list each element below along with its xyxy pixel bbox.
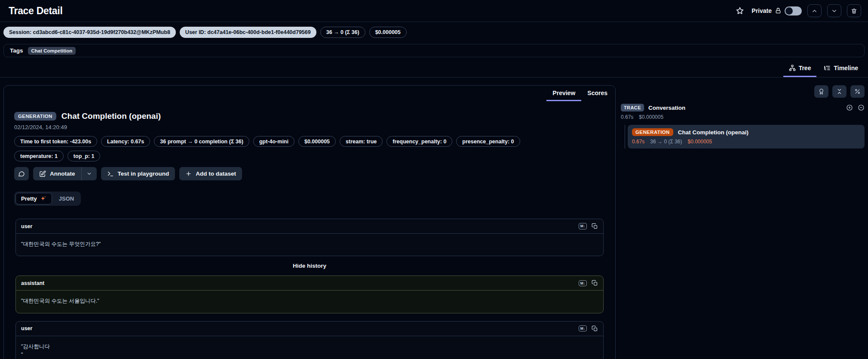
scores-badge-button[interactable] bbox=[814, 85, 828, 98]
metric-badge-temperature: temperature: 1 bbox=[14, 151, 64, 161]
copy-icon bbox=[592, 223, 598, 229]
privacy-control: Private bbox=[751, 6, 802, 15]
cost-badge: $0.000005 bbox=[369, 27, 407, 38]
observation-title: Chat Completion (openai) bbox=[61, 111, 161, 121]
markdown-toggle-icon[interactable]: M↓ bbox=[579, 280, 587, 286]
chevron-up-icon bbox=[811, 8, 818, 14]
show-metrics-button[interactable] bbox=[850, 85, 865, 98]
annotate-split-button: Annotate bbox=[33, 167, 97, 180]
toggle-thumb bbox=[785, 7, 793, 15]
metric-badge-presence-penalty: presence_penalty: 0 bbox=[456, 136, 520, 147]
annotate-dropdown-button[interactable] bbox=[81, 167, 97, 180]
metric-badge-frequency-penalty: frequency_penalty: 0 bbox=[386, 136, 452, 147]
copy-button[interactable] bbox=[592, 325, 598, 332]
fold-vertical-icon bbox=[836, 88, 843, 95]
format-toggle: Pretty JSON bbox=[14, 192, 81, 206]
user-id-badge[interactable]: User ID: dc47a41e-06bc-400d-bde1-f0e440d… bbox=[180, 27, 316, 38]
message-card-user-1: user M↓ "대한민국의 수도는 무엇인가요?" bbox=[15, 219, 604, 256]
next-trace-button[interactable] bbox=[827, 4, 841, 17]
percent-icon bbox=[854, 88, 861, 95]
tags-row: Tags Chat Competition bbox=[3, 44, 865, 57]
test-in-playground-label: Test in playground bbox=[118, 170, 169, 177]
generation-type-badge: GENERATION bbox=[14, 112, 56, 121]
tab-timeline-label: Timeline bbox=[834, 65, 858, 71]
trace-title: Conversation bbox=[648, 105, 685, 111]
tree-children: GENERATION Chat Completion (openai) 0.67… bbox=[625, 125, 865, 149]
bookmark-star-button[interactable] bbox=[734, 5, 746, 17]
metric-badge-tokens: 36 prompt → 0 completion (Σ 36) bbox=[154, 136, 249, 147]
markdown-toggle-icon[interactable]: M↓ bbox=[579, 325, 587, 331]
annotate-button[interactable]: Annotate bbox=[33, 167, 81, 180]
collapse-node-button[interactable] bbox=[858, 104, 865, 111]
terminal-icon bbox=[107, 170, 114, 177]
panel-tabs: Preview Scores bbox=[4, 86, 615, 101]
trace-root-node[interactable]: TRACE Conversation bbox=[621, 104, 865, 111]
generation-node-badge: GENERATION bbox=[632, 128, 673, 136]
node-tokens: 36 → 0 (Σ 36) bbox=[650, 139, 682, 145]
message-content: "감사합니다 " bbox=[16, 336, 603, 359]
observation-detail-panel: Preview Scores GENERATION Chat Completio… bbox=[3, 85, 616, 359]
comment-icon bbox=[18, 170, 25, 177]
header-actions: Private bbox=[734, 4, 861, 17]
markdown-toggle-icon[interactable]: M↓ bbox=[579, 223, 587, 229]
trash-icon bbox=[851, 8, 857, 14]
tree-toolbar bbox=[621, 85, 865, 98]
observation-header: GENERATION Chat Completion (openai) 02/1… bbox=[4, 101, 615, 130]
format-option-pretty[interactable]: Pretty bbox=[15, 193, 52, 204]
add-to-dataset-button[interactable]: Add to dataset bbox=[179, 167, 242, 180]
chevron-down-icon bbox=[831, 8, 837, 14]
expand-all-button[interactable] bbox=[846, 104, 853, 111]
collapse-all-button[interactable] bbox=[832, 85, 847, 98]
public-toggle[interactable] bbox=[785, 6, 802, 15]
tab-tree[interactable]: Tree bbox=[783, 60, 817, 77]
pretty-label: Pretty bbox=[21, 195, 37, 202]
delete-trace-button[interactable] bbox=[847, 4, 861, 17]
minus-circle-icon bbox=[858, 104, 865, 111]
plus-icon bbox=[185, 170, 192, 177]
generation-node-selected[interactable]: GENERATION Chat Completion (openai) 0.67… bbox=[628, 125, 865, 149]
action-row: Annotate Test in playground Add to datas… bbox=[14, 167, 605, 180]
award-icon bbox=[818, 88, 825, 95]
message-card-user-2: user M↓ "감사합니다 " bbox=[15, 321, 604, 359]
trace-tree-sidebar: TRACE Conversation 0.67s $0.000005 GENER… bbox=[621, 85, 865, 149]
tab-preview[interactable]: Preview bbox=[546, 86, 581, 101]
app-header: Trace Detail Private bbox=[0, 0, 868, 22]
hide-history-toggle[interactable]: Hide history bbox=[15, 263, 604, 269]
message-role: user bbox=[21, 325, 32, 331]
session-badge[interactable]: Session: cd3abcd6-c81c-4037-935d-19d9f27… bbox=[3, 27, 176, 38]
copy-button[interactable] bbox=[592, 223, 598, 229]
metric-badge-model: gpt-4o-mini bbox=[253, 136, 294, 147]
copy-icon bbox=[592, 280, 598, 286]
tag-chip[interactable]: Chat Competition bbox=[28, 47, 76, 55]
format-option-json[interactable]: JSON bbox=[53, 193, 80, 204]
plus-circle-icon bbox=[846, 104, 853, 111]
trace-cost: $0.000005 bbox=[639, 114, 663, 120]
comment-button[interactable] bbox=[14, 167, 29, 180]
message-card-assistant: assistant M↓ "대한민국의 수도는 서울입니다." bbox=[15, 275, 604, 313]
tab-timeline[interactable]: Timeline bbox=[818, 60, 864, 77]
add-to-dataset-label: Add to dataset bbox=[196, 170, 236, 177]
tags-label: Tags bbox=[10, 47, 23, 54]
copy-button[interactable] bbox=[592, 280, 598, 286]
test-in-playground-button[interactable]: Test in playground bbox=[101, 167, 175, 180]
previous-trace-button[interactable] bbox=[807, 4, 822, 17]
tree-icon bbox=[789, 65, 796, 71]
node-cost: $0.000005 bbox=[687, 139, 712, 145]
trace-metrics: 0.67s $0.000005 bbox=[621, 114, 865, 120]
star-icon bbox=[736, 6, 744, 15]
tab-scores[interactable]: Scores bbox=[581, 86, 613, 101]
copy-icon bbox=[592, 325, 598, 332]
metric-badge-stream: stream: true bbox=[340, 136, 383, 147]
lock-icon bbox=[775, 7, 782, 14]
chevron-down-icon bbox=[86, 171, 92, 176]
message-role: user bbox=[21, 223, 32, 229]
annotate-label: Annotate bbox=[50, 170, 75, 177]
message-list: user M↓ "대한민국의 수도는 무엇인가요?" Hide history … bbox=[15, 219, 604, 359]
page-title: Trace Detail bbox=[9, 5, 63, 17]
metric-badge-top-p: top_p: 1 bbox=[67, 151, 101, 161]
sparkles-icon bbox=[40, 195, 46, 202]
message-content: "대한민국의 수도는 서울입니다." bbox=[16, 291, 603, 313]
pen-square-icon bbox=[39, 170, 46, 177]
generation-node-title: Chat Completion (openai) bbox=[678, 129, 748, 136]
metric-badge-cost: $0.000005 bbox=[298, 136, 336, 147]
